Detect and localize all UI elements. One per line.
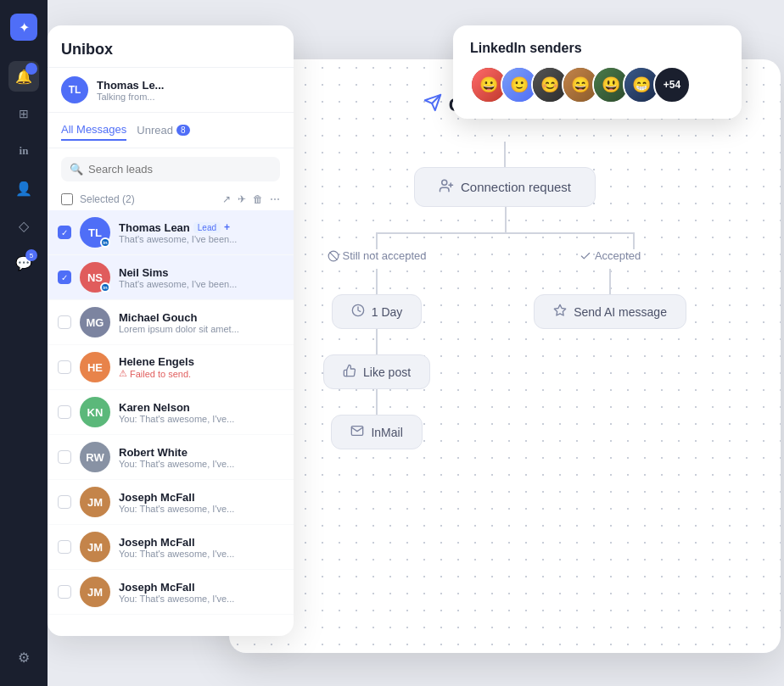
sidebar-logo: ✦ <box>10 14 37 41</box>
contact-name: Karen Nelson <box>119 401 283 414</box>
contact-item-michael-gouch[interactable]: MG Michael Gouch Lorem ipsum dolor sit a… <box>48 300 294 345</box>
user-plus-icon <box>439 178 454 196</box>
contact-name: Joseph McFall <box>119 581 283 594</box>
contact-preview: You: That's awesome, I've... <box>119 549 283 559</box>
thumbsup-icon <box>343 364 356 380</box>
avatar: NS in <box>80 262 110 293</box>
linkedin-indicator: in <box>100 237 110 248</box>
contact-checkbox[interactable] <box>58 495 71 509</box>
chat-badge: 5 <box>25 249 37 261</box>
more-icon[interactable]: ⋯ <box>270 193 280 205</box>
settings-icon: ⚙ <box>18 650 30 666</box>
contact-item-robert-white[interactable]: RW Robert White You: That's awesome, I'v… <box>48 435 294 480</box>
vc-1 <box>505 207 507 232</box>
contact-item-neil-sims[interactable]: ✓ NS in Neil Sims That's awesome, I've b… <box>48 255 294 300</box>
contact-preview: Lorem ipsum dolor sit amet... <box>119 324 283 334</box>
sidebar-item-tag[interactable]: ◇ <box>8 210 39 241</box>
unibox-title: Unibox <box>48 25 294 68</box>
contact-item-helene-engels[interactable]: HE Helene Engels ⚠ Failed to send. <box>48 345 294 390</box>
sidebar: ✦ 🔔 ⊞ in 👤 ◇ 💬 5 ⚙ <box>0 0 48 686</box>
contact-preview: You: That's awesome, I've... <box>119 594 283 604</box>
flow-connector-left-3 <box>376 389 378 415</box>
branches: Still not accepted 1 Day <box>229 249 781 449</box>
send-icon[interactable]: ✈ <box>238 193 246 205</box>
contact-item-joseph-1[interactable]: JM Joseph McFall You: That's awesome, I'… <box>48 480 294 525</box>
sidebar-item-linkedin[interactable]: in <box>8 136 39 166</box>
select-all-checkbox[interactable] <box>61 193 73 205</box>
contact-name: Robert White <box>119 446 283 459</box>
contact-checkbox[interactable] <box>58 315 71 329</box>
one-day-node[interactable]: 1 Day <box>332 294 423 329</box>
connection-request-node[interactable]: Connection request <box>414 167 596 207</box>
unibox-panel: Unibox TL Thomas Le... Talking from... A… <box>48 25 294 636</box>
contact-info: Michael Gouch Lorem ipsum dolor sit amet… <box>119 311 283 334</box>
add-icon: + <box>224 221 230 233</box>
contact-checkbox[interactable] <box>58 585 71 599</box>
delete-icon[interactable]: 🗑 <box>253 193 263 205</box>
branch-not-accepted: Still not accepted 1 Day <box>323 249 430 449</box>
branch-accepted: Accepted Send AI message <box>534 249 686 329</box>
forward-icon[interactable]: ↗ <box>222 193 231 205</box>
branch-area: Still not accepted 1 Day <box>229 207 781 449</box>
active-contact-bar: TL Thomas Le... Talking from... <box>48 68 294 113</box>
send-ai-message-node[interactable]: Send AI message <box>534 294 686 329</box>
sidebar-item-grid[interactable]: ⊞ <box>8 98 39 129</box>
sidebar-item-user[interactable]: 👤 <box>8 173 39 204</box>
mail-icon <box>350 424 364 440</box>
contact-name: Helene Engels <box>119 355 283 368</box>
accepted-label: Accepted <box>580 249 641 262</box>
grid-icon: ⊞ <box>19 107 29 120</box>
like-post-node[interactable]: Like post <box>323 354 430 389</box>
contact-preview: You: That's awesome, I've... <box>119 504 283 514</box>
contact-name: Thomas Lean Lead + <box>119 221 283 234</box>
toolbar-row: Selected (2) ↗ ✈ 🗑 ⋯ <box>48 190 294 210</box>
still-not-accepted-label: Still not accepted <box>328 249 427 262</box>
contact-info: Joseph McFall You: That's awesome, I've.… <box>119 581 283 604</box>
clock-icon <box>351 304 365 320</box>
contact-checkbox[interactable] <box>58 540 71 554</box>
contact-name: Neil Sims <box>119 266 283 279</box>
sidebar-settings[interactable]: ⚙ <box>8 642 39 672</box>
branch-connector <box>229 207 781 249</box>
contact-preview-error: ⚠ Failed to send. <box>119 368 283 379</box>
avatar: JM <box>80 487 110 517</box>
contact-list: ✓ TL in Thomas Lean Lead + That's awesom… <box>48 210 294 636</box>
flow-connector-left-1 <box>376 269 378 294</box>
lead-badge: Lead <box>193 222 221 233</box>
contact-checkbox[interactable] <box>58 450 71 464</box>
active-contact-info: Thomas Le... Talking from... <box>97 79 164 102</box>
search-bar[interactable]: 🔍 <box>61 157 280 181</box>
contact-item-karen-nelson[interactable]: KN Karen Nelson You: That's awesome, I'v… <box>48 390 294 435</box>
contact-checkbox[interactable] <box>58 360 71 374</box>
bell-badge <box>25 63 37 75</box>
contact-info: Robert White You: That's awesome, I've..… <box>119 446 283 469</box>
contact-info: Thomas Lean Lead + That's awesome, I've … <box>119 221 283 244</box>
contact-checkbox[interactable] <box>58 405 71 419</box>
contact-item-joseph-2[interactable]: JM Joseph McFall You: That's awesome, I'… <box>48 525 294 570</box>
contact-item-thomas-lean[interactable]: ✓ TL in Thomas Lean Lead + That's awesom… <box>48 210 294 255</box>
send-icon <box>423 93 442 116</box>
tab-unread[interactable]: Unread 8 <box>137 120 189 141</box>
campaign-background: Campaign Start Connection request <box>229 59 781 653</box>
tab-all-messages[interactable]: All Messages <box>61 120 126 141</box>
inmail-node[interactable]: InMail <box>331 415 422 449</box>
warning-icon: ⚠ <box>119 368 127 379</box>
contact-preview: That's awesome, I've been... <box>119 279 283 289</box>
search-input[interactable] <box>88 163 272 176</box>
svg-line-6 <box>329 252 336 259</box>
campaign-panel: Campaign Start Connection request <box>229 59 781 653</box>
contact-preview: You: That's awesome, I've... <box>119 459 283 469</box>
sparkle-icon <box>553 304 567 320</box>
active-contact-name: Thomas Le... <box>97 79 164 92</box>
sender-count-badge: +54 <box>653 66 691 103</box>
unread-badge: 8 <box>176 125 190 136</box>
contact-checkbox[interactable]: ✓ <box>58 226 71 239</box>
avatar: JM <box>80 577 110 607</box>
contact-item-joseph-3[interactable]: JM Joseph McFall You: That's awesome, I'… <box>48 570 294 615</box>
sidebar-item-bell[interactable]: 🔔 <box>8 61 39 92</box>
sidebar-item-chat[interactable]: 💬 5 <box>8 248 39 278</box>
contact-checkbox[interactable]: ✓ <box>58 270 71 284</box>
tag-icon: ◇ <box>19 218 29 234</box>
flow-connector-left-2 <box>376 329 378 354</box>
user-icon: 👤 <box>15 181 32 197</box>
